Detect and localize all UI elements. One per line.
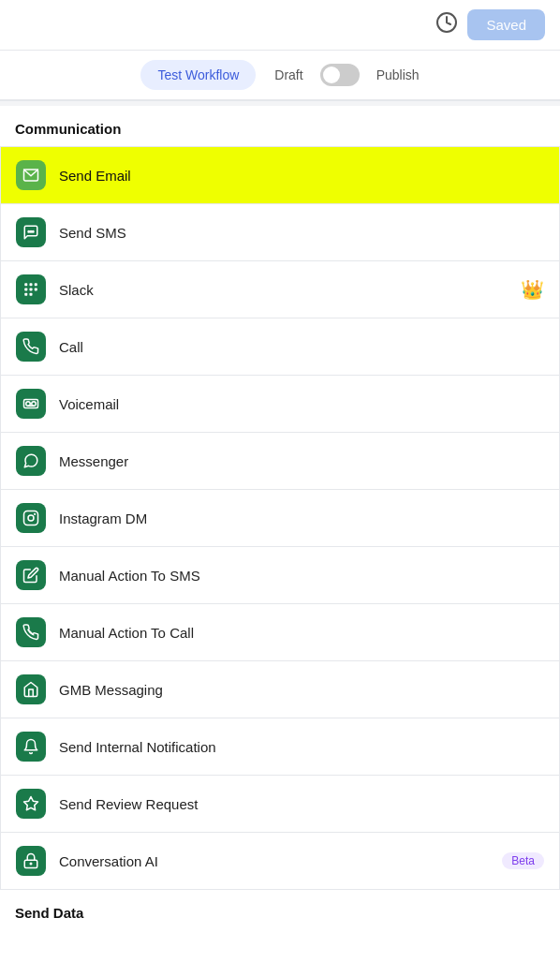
svg-rect-7 (30, 283, 33, 286)
svg-marker-20 (24, 797, 38, 810)
gmb-messaging-label: GMB Messaging (59, 682, 544, 698)
slack-label: Slack (59, 282, 521, 298)
conversation-ai-icon (16, 846, 46, 876)
publish-label: Publish (376, 67, 420, 82)
send-sms-label: Send SMS (59, 225, 544, 241)
manual-action-sms-label: Manual Action To SMS (59, 568, 544, 584)
communication-menu-list: Send Email Send SMS (0, 146, 560, 890)
list-item[interactable]: Send Internal Notification (0, 718, 560, 776)
instagram-dm-label: Instagram DM (59, 511, 544, 526)
crown-icon: 👑 (521, 278, 544, 301)
send-review-request-label: Send Review Request (59, 796, 544, 812)
list-item[interactable]: Instagram DM (0, 490, 560, 547)
messenger-icon (16, 446, 46, 476)
toolbar: Test Workflow Draft Publish (0, 51, 560, 100)
gmb-messaging-icon (16, 674, 46, 704)
draft-label: Draft (274, 67, 302, 82)
clock-icon (435, 11, 458, 39)
manual-action-sms-icon (16, 560, 46, 590)
toggle-slider (320, 64, 360, 86)
draft-publish-toggle[interactable] (320, 64, 360, 86)
list-item[interactable]: Manual Action To Call (0, 604, 560, 661)
list-item[interactable]: Send SMS (0, 204, 560, 261)
send-internal-notification-label: Send Internal Notification (59, 739, 544, 755)
svg-point-2 (28, 231, 30, 233)
messenger-label: Messenger (59, 453, 544, 469)
svg-point-19 (35, 514, 36, 515)
svg-rect-12 (30, 293, 33, 296)
send-sms-icon (16, 217, 46, 247)
list-item[interactable]: Messenger (0, 433, 560, 490)
send-data-section-title: Send Data (0, 890, 560, 921)
send-email-label: Send Email (59, 168, 544, 184)
svg-rect-6 (24, 289, 27, 291)
list-item[interactable]: Call (0, 318, 560, 376)
list-item[interactable]: Manual Action To SMS (0, 547, 560, 604)
voicemail-label: Voicemail (59, 396, 544, 412)
saved-button[interactable]: Saved (467, 9, 545, 40)
svg-rect-17 (24, 511, 38, 526)
list-item[interactable]: Send Email (0, 146, 560, 204)
svg-point-3 (30, 231, 32, 233)
list-item[interactable]: GMB Messaging (0, 661, 560, 718)
test-workflow-button[interactable]: Test Workflow (140, 60, 256, 90)
send-email-icon (16, 160, 46, 190)
list-item[interactable]: Slack 👑 (0, 261, 560, 318)
svg-rect-10 (35, 289, 37, 291)
svg-rect-5 (24, 283, 27, 286)
svg-rect-11 (24, 293, 27, 296)
call-label: Call (59, 339, 544, 355)
content-area: Communication Send Email Send SMS (0, 106, 560, 936)
slack-icon (16, 274, 46, 304)
instagram-dm-icon (16, 503, 46, 533)
send-review-request-icon (16, 789, 46, 819)
svg-point-22 (30, 863, 32, 865)
list-item[interactable]: Voicemail (0, 376, 560, 433)
svg-rect-8 (30, 289, 33, 291)
manual-action-call-icon (16, 617, 46, 647)
svg-point-18 (28, 515, 34, 521)
beta-badge: Beta (502, 852, 544, 869)
conversation-ai-label: Conversation AI (59, 853, 494, 869)
svg-point-4 (33, 231, 35, 233)
call-icon (16, 332, 46, 362)
header: Saved (0, 0, 560, 51)
svg-rect-9 (35, 283, 37, 286)
list-item[interactable]: Conversation AI Beta (0, 833, 560, 890)
manual-action-call-label: Manual Action To Call (59, 625, 544, 641)
send-internal-notification-icon (16, 732, 46, 762)
voicemail-icon (16, 389, 46, 419)
list-item[interactable]: Send Review Request (0, 776, 560, 833)
communication-section-title: Communication (0, 121, 560, 146)
